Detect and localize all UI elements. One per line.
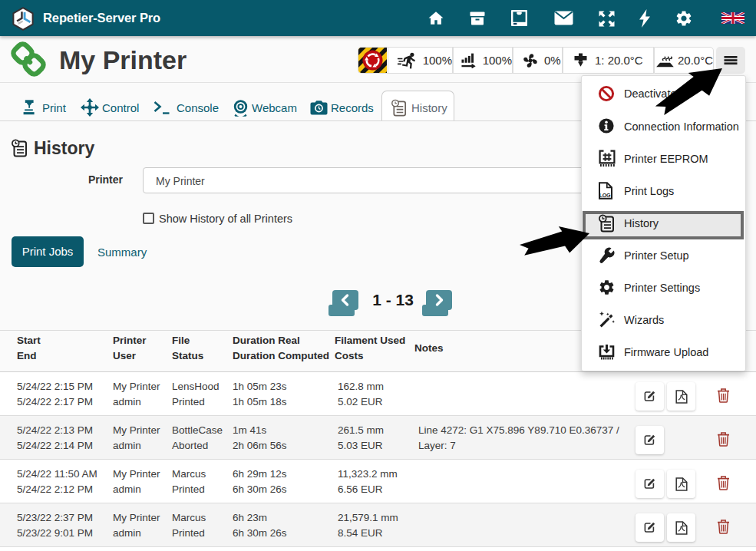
svg-text:LOG: LOG (599, 192, 611, 199)
